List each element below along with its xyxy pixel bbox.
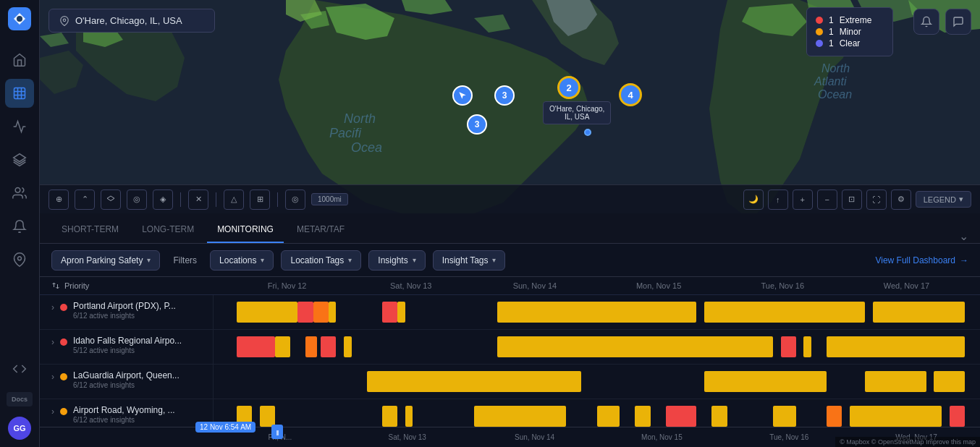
tooltip-text2: IL, USA [565,113,589,121]
crosshair-button[interactable]: ⊕ [48,190,69,210]
cluster-marker-4[interactable]: 4 [619,83,642,106]
bar-seg [329,302,337,322]
svg-text:North: North [344,111,376,126]
ctrl-btn-8[interactable]: ⊞ [250,190,270,210]
cluster-marker-1[interactable] [452,85,473,106]
sidebar-bottom: Docs GG [5,352,34,440]
row-bars-1 [214,330,980,364]
row-label-2[interactable]: › LaGuardia Airport, Queen... 6/12 activ… [40,365,214,399]
user-avatar[interactable]: GG [8,417,31,440]
row-label-1[interactable]: › Idaho Falls Regional Airpo... 5/12 act… [40,330,214,364]
sidebar-item-users[interactable] [5,179,34,208]
row-label-0[interactable]: › Portland Airport (PDX), P... 6/12 acti… [40,295,214,329]
insights-label: Insights [378,255,407,265]
zoom-in-button[interactable]: + [793,190,813,210]
tab-long-term[interactable]: LONG-TERM [132,217,204,243]
tab-metar-taf[interactable]: METAR/TAF [287,217,355,243]
bar-container-1 [214,330,980,364]
sidebar-item-chart[interactable] [5,112,34,141]
zoom-reset-button[interactable]: ⊡ [842,190,862,210]
insight-tags-filter[interactable]: Insight Tags ▾ [433,250,506,271]
legend-button[interactable]: LEGEND ▾ [916,191,971,208]
sidebar-item-layers[interactable] [5,145,34,174]
clear-label: Clear [840,38,861,48]
sidebar-item-alert[interactable] [5,212,34,241]
bottom-date-1: Sat, Nov 13 [344,433,471,441]
map-area[interactable]: North Pacifi Ocea North Atlanti Ocean O'… [40,0,980,213]
ctrl-btn-7[interactable]: △ [224,190,244,210]
row-text-2: LaGuardia Airport, Queen... 6/12 active … [73,370,179,389]
clear-dot [816,40,823,47]
cluster-marker-2[interactable]: 2 [557,76,580,99]
svg-text:Ocean: Ocean [818,88,852,101]
tab-expand-button[interactable]: ⌄ [959,229,968,243]
sidebar-item-code[interactable] [5,354,34,383]
sidebar-item-location[interactable] [5,245,34,274]
ctrl-btn-4[interactable]: ◎ [127,190,147,210]
location-pin[interactable] [584,129,591,136]
app-logo[interactable] [8,7,31,30]
filters-button[interactable]: Filters [167,251,203,270]
ctrl-btn-5[interactable]: ◈ [153,190,173,210]
bar-seg [497,302,696,322]
location-tags-filter[interactable]: Location Tags ▾ [281,250,361,271]
row-text-3: Airport Road, Wyoming, ... 6/12 active i… [73,405,175,424]
tab-short-term[interactable]: SHORT-TERM [51,217,129,243]
category-filter[interactable]: Apron Parking Safety ▾ [51,250,160,271]
priority-header-label: Priority [64,281,89,290]
bar-seg [704,302,865,322]
timeline-area[interactable]: Priority Fri, Nov 12 Sat, Nov 13 Sun, No… [40,277,980,443]
ctrl-btn-9[interactable]: ◎ [285,190,305,210]
bell-icon [921,16,932,27]
svg-point-1 [17,16,22,22]
legend-label: LEGEND [924,195,956,204]
row-expand-3[interactable]: › [51,406,54,417]
row-expand-2[interactable]: › [51,372,54,382]
divider-2 [216,192,216,207]
location-search-bar[interactable]: O'Hare, Chicago, IL, USA [48,9,215,33]
timeline-scrubber[interactable]: ||| [271,425,283,439]
bottom-date-4: Tue, Nov 16 [725,433,853,441]
settings-button[interactable]: ⚙ [891,190,911,210]
tooltip-text: O'Hare, Chicago, [549,105,604,113]
extreme-label: Extreme [840,15,872,25]
sidebar-item-map[interactable] [5,79,34,108]
bar-seg [344,336,352,357]
alert-legend: 1 Extreme 1 Minor 1 Clear [806,7,893,56]
bar-seg [237,336,275,357]
fullscreen-button[interactable]: ⛶ [866,190,887,210]
sidebar-item-docs[interactable]: Docs [7,392,33,406]
map-tooltip: O'Hare, Chicago, IL, USA [543,101,611,124]
clear-count: 1 [829,38,834,48]
insights-filter[interactable]: Insights ▾ [368,250,425,271]
location-tags-chevron: ▾ [348,256,352,264]
north-button[interactable]: ↑ [768,190,788,210]
notification-button[interactable] [913,9,939,35]
sort-icon [51,281,60,290]
svg-point-13 [63,19,66,22]
tab-monitoring[interactable]: MONITORING [207,217,284,243]
map-scale: 1000mi [311,193,348,205]
cluster-marker-3b[interactable]: 3 [494,85,515,106]
svg-marker-14 [107,196,114,201]
layers-button[interactable] [101,190,121,210]
row-expand-1[interactable]: › [51,337,54,347]
layers-ctrl-icon [106,195,115,204]
night-mode-button[interactable]: 🌙 [743,190,764,210]
row-expand-0[interactable]: › [51,302,54,312]
bar-seg [873,302,965,322]
bottom-date-3: Mon, Nov 15 [598,433,725,441]
cluster-marker-3a[interactable]: 3 [467,114,487,135]
category-chevron: ▾ [147,256,151,264]
expand-button[interactable]: ⌃ [75,190,95,210]
chat-button[interactable] [945,9,971,35]
view-full-dashboard-button[interactable]: View Full Dashboard → [875,255,968,265]
bar-seg [850,406,942,426]
date-col-2: Sun, Nov 14 [473,281,596,290]
sidebar-item-home[interactable] [5,46,34,74]
locations-filter[interactable]: Locations ▾ [210,250,274,271]
bar-seg [865,371,926,391]
ctrl-btn-6[interactable]: ✕ [188,190,208,210]
zoom-out-button[interactable]: − [817,190,837,210]
svg-text:Pacifi: Pacifi [329,126,362,140]
